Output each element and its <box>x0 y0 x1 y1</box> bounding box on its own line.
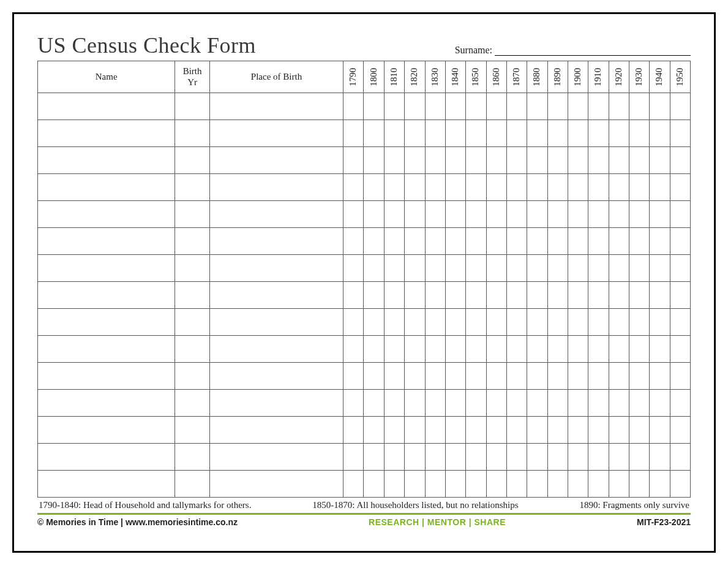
table-cell[interactable] <box>466 147 486 174</box>
table-cell[interactable] <box>588 471 609 498</box>
table-cell[interactable] <box>445 309 465 336</box>
table-cell[interactable] <box>445 147 465 174</box>
table-cell[interactable] <box>175 201 210 228</box>
table-cell[interactable] <box>175 282 210 309</box>
table-cell[interactable] <box>38 228 175 255</box>
table-cell[interactable] <box>609 255 629 282</box>
table-cell[interactable] <box>629 255 649 282</box>
table-cell[interactable] <box>568 336 588 363</box>
table-cell[interactable] <box>670 255 690 282</box>
table-cell[interactable] <box>547 390 568 417</box>
table-cell[interactable] <box>384 147 404 174</box>
table-cell[interactable] <box>364 309 384 336</box>
table-cell[interactable] <box>527 255 547 282</box>
table-cell[interactable] <box>486 309 506 336</box>
table-cell[interactable] <box>506 417 527 444</box>
table-cell[interactable] <box>568 255 588 282</box>
table-cell[interactable] <box>629 147 649 174</box>
table-cell[interactable] <box>568 201 588 228</box>
table-cell[interactable] <box>547 255 568 282</box>
table-cell[interactable] <box>384 201 404 228</box>
table-cell[interactable] <box>343 471 364 498</box>
table-cell[interactable] <box>364 174 384 201</box>
table-cell[interactable] <box>209 174 343 201</box>
table-cell[interactable] <box>670 93 690 120</box>
table-cell[interactable] <box>343 309 364 336</box>
table-cell[interactable] <box>466 255 486 282</box>
table-cell[interactable] <box>425 228 445 255</box>
table-cell[interactable] <box>343 444 364 471</box>
table-cell[interactable] <box>547 417 568 444</box>
table-cell[interactable] <box>38 444 175 471</box>
table-cell[interactable] <box>466 444 486 471</box>
table-cell[interactable] <box>547 147 568 174</box>
table-cell[interactable] <box>506 120 527 147</box>
table-cell[interactable] <box>506 147 527 174</box>
table-cell[interactable] <box>650 255 670 282</box>
table-cell[interactable] <box>175 363 210 390</box>
table-cell[interactable] <box>364 147 384 174</box>
table-cell[interactable] <box>405 282 425 309</box>
table-cell[interactable] <box>38 471 175 498</box>
table-cell[interactable] <box>384 444 404 471</box>
table-cell[interactable] <box>650 147 670 174</box>
table-cell[interactable] <box>609 228 629 255</box>
table-cell[interactable] <box>343 282 364 309</box>
table-cell[interactable] <box>629 444 649 471</box>
table-cell[interactable] <box>650 228 670 255</box>
table-cell[interactable] <box>609 336 629 363</box>
table-cell[interactable] <box>405 363 425 390</box>
table-cell[interactable] <box>445 174 465 201</box>
table-cell[interactable] <box>527 120 547 147</box>
table-cell[interactable] <box>650 417 670 444</box>
table-cell[interactable] <box>670 228 690 255</box>
table-cell[interactable] <box>343 228 364 255</box>
table-cell[interactable] <box>445 363 465 390</box>
table-cell[interactable] <box>547 444 568 471</box>
table-cell[interactable] <box>629 93 649 120</box>
table-cell[interactable] <box>175 147 210 174</box>
table-cell[interactable] <box>38 363 175 390</box>
table-cell[interactable] <box>506 390 527 417</box>
table-cell[interactable] <box>209 255 343 282</box>
table-cell[interactable] <box>38 390 175 417</box>
table-cell[interactable] <box>405 417 425 444</box>
table-cell[interactable] <box>527 93 547 120</box>
table-cell[interactable] <box>588 201 609 228</box>
table-cell[interactable] <box>445 390 465 417</box>
table-cell[interactable] <box>405 228 425 255</box>
table-cell[interactable] <box>425 93 445 120</box>
table-cell[interactable] <box>609 417 629 444</box>
table-cell[interactable] <box>588 255 609 282</box>
table-cell[interactable] <box>629 282 649 309</box>
table-cell[interactable] <box>466 390 486 417</box>
table-cell[interactable] <box>209 93 343 120</box>
table-cell[interactable] <box>670 390 690 417</box>
table-cell[interactable] <box>609 471 629 498</box>
table-cell[interactable] <box>588 174 609 201</box>
table-cell[interactable] <box>343 147 364 174</box>
table-cell[interactable] <box>343 120 364 147</box>
table-cell[interactable] <box>568 444 588 471</box>
table-cell[interactable] <box>527 228 547 255</box>
table-cell[interactable] <box>364 201 384 228</box>
table-cell[interactable] <box>588 228 609 255</box>
table-cell[interactable] <box>175 174 210 201</box>
table-cell[interactable] <box>670 363 690 390</box>
table-cell[interactable] <box>527 282 547 309</box>
table-cell[interactable] <box>209 417 343 444</box>
table-cell[interactable] <box>506 309 527 336</box>
table-cell[interactable] <box>486 120 506 147</box>
table-cell[interactable] <box>486 282 506 309</box>
table-cell[interactable] <box>506 363 527 390</box>
table-cell[interactable] <box>364 471 384 498</box>
table-cell[interactable] <box>547 336 568 363</box>
table-cell[interactable] <box>547 471 568 498</box>
table-cell[interactable] <box>609 120 629 147</box>
table-cell[interactable] <box>650 471 670 498</box>
table-cell[interactable] <box>568 93 588 120</box>
table-cell[interactable] <box>425 120 445 147</box>
table-cell[interactable] <box>670 417 690 444</box>
table-cell[interactable] <box>609 309 629 336</box>
table-cell[interactable] <box>568 417 588 444</box>
